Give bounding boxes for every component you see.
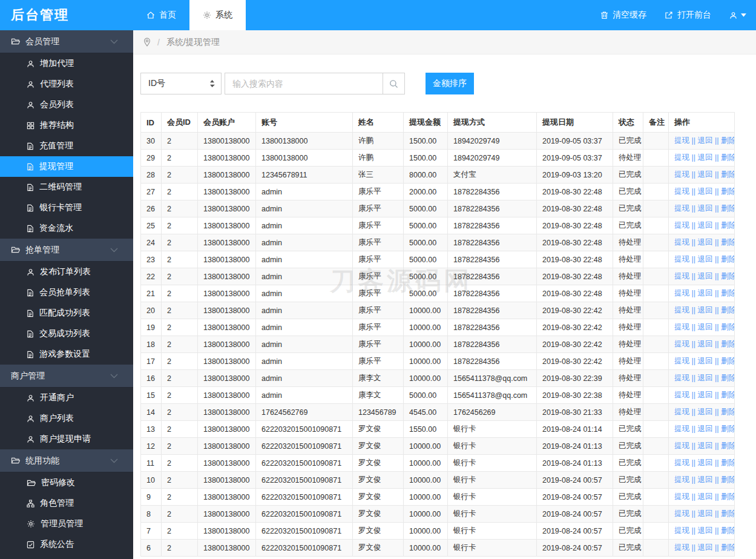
action-withdraw-link[interactable]: 提现 (674, 221, 689, 230)
action-delete-link[interactable]: 删除 (721, 543, 735, 552)
action-return-link[interactable]: 退回 (697, 170, 712, 179)
action-delete-link[interactable]: 删除 (721, 306, 735, 314)
action-withdraw-link[interactable]: 提现 (674, 170, 689, 179)
action-withdraw-link[interactable]: 提现 (674, 204, 689, 213)
action-withdraw-link[interactable]: 提现 (674, 289, 689, 297)
action-return-link[interactable]: 退回 (697, 492, 712, 501)
action-withdraw-link[interactable]: 提现 (674, 136, 689, 145)
action-delete-link[interactable]: 删除 (721, 136, 735, 145)
tab-system[interactable]: 系统 (189, 0, 246, 30)
action-delete-link[interactable]: 删除 (721, 323, 735, 331)
action-delete-link[interactable]: 删除 (721, 442, 735, 450)
action-delete-link[interactable]: 删除 (721, 272, 735, 280)
action-withdraw-link[interactable]: 提现 (674, 475, 689, 484)
action-withdraw-link[interactable]: 提现 (674, 442, 689, 450)
action-delete-link[interactable]: 删除 (721, 475, 735, 484)
action-return-link[interactable]: 退回 (697, 136, 712, 145)
sidebar-item-match-success-list[interactable]: 匹配成功列表 (0, 303, 133, 323)
action-withdraw-link[interactable]: 提现 (674, 509, 689, 518)
sidebar-section-member-management[interactable]: 会员管理 (0, 30, 133, 53)
search-field-select[interactable]: ID号 (140, 73, 222, 94)
action-return-link[interactable]: 退回 (697, 425, 712, 433)
sidebar-item-role-management[interactable]: 角色管理 (0, 493, 133, 514)
action-delete-link[interactable]: 删除 (721, 509, 735, 518)
action-return-link[interactable]: 退回 (697, 408, 712, 416)
action-withdraw-link[interactable]: 提现 (674, 255, 689, 263)
action-return-link[interactable]: 退回 (697, 272, 712, 280)
action-withdraw-link[interactable]: 提现 (674, 408, 689, 416)
clear-cache-button[interactable]: 清空缓存 (600, 10, 646, 21)
action-return-link[interactable]: 退回 (697, 289, 712, 297)
sidebar-item-add-agent[interactable]: 增加代理 (0, 53, 133, 74)
amount-sort-button[interactable]: 金额排序 (426, 73, 474, 94)
action-withdraw-link[interactable]: 提现 (674, 391, 689, 399)
action-delete-link[interactable]: 删除 (721, 187, 735, 196)
action-delete-link[interactable]: 删除 (721, 238, 735, 246)
action-delete-link[interactable]: 删除 (721, 458, 735, 467)
action-delete-link[interactable]: 删除 (721, 408, 735, 416)
action-delete-link[interactable]: 删除 (721, 526, 735, 535)
search-input[interactable] (225, 73, 383, 94)
action-return-link[interactable]: 退回 (697, 340, 712, 348)
action-return-link[interactable]: 退回 (697, 221, 712, 230)
action-withdraw-link[interactable]: 提现 (674, 323, 689, 331)
action-return-link[interactable]: 退回 (697, 526, 712, 535)
sidebar-item-system-announcement[interactable]: 系统公告 (0, 534, 133, 555)
action-return-link[interactable]: 退回 (697, 238, 712, 246)
sidebar-item-member-list[interactable]: 会员列表 (0, 94, 133, 115)
action-return-link[interactable]: 退回 (697, 357, 712, 365)
action-withdraw-link[interactable]: 提现 (674, 458, 689, 467)
sidebar-item-fund-flow[interactable]: 资金流水 (0, 218, 133, 239)
sidebar-item-qrcode-management[interactable]: 二维码管理 (0, 177, 133, 197)
action-return-link[interactable]: 退回 (697, 187, 712, 196)
action-return-link[interactable]: 退回 (697, 153, 712, 162)
action-return-link[interactable]: 退回 (697, 458, 712, 467)
sidebar-item-member-grab-list[interactable]: 会员抢单列表 (0, 282, 133, 303)
sidebar-item-admin-management[interactable]: 管理员管理 (0, 514, 133, 534)
action-delete-link[interactable]: 删除 (721, 170, 735, 179)
action-delete-link[interactable]: 删除 (721, 391, 735, 399)
sidebar-item-publish-order-list[interactable]: 发布订单列表 (0, 262, 133, 282)
action-delete-link[interactable]: 删除 (721, 492, 735, 501)
action-return-link[interactable]: 退回 (697, 374, 712, 382)
sidebar-item-withdraw-management[interactable]: 提现管理 (0, 156, 133, 177)
action-withdraw-link[interactable]: 提现 (674, 340, 689, 348)
action-withdraw-link[interactable]: 提现 (674, 425, 689, 433)
action-delete-link[interactable]: 删除 (721, 204, 735, 213)
action-delete-link[interactable]: 删除 (721, 357, 735, 365)
sidebar-section-grab-order-management[interactable]: 抢单管理 (0, 239, 133, 262)
sidebar-section-common-functions[interactable]: 统用功能 (0, 449, 133, 472)
action-delete-link[interactable]: 删除 (721, 255, 735, 263)
sidebar-item-change-password[interactable]: 密码修改 (0, 472, 133, 493)
action-delete-link[interactable]: 删除 (721, 374, 735, 382)
action-return-link[interactable]: 退回 (697, 509, 712, 518)
user-menu[interactable] (729, 12, 746, 19)
action-return-link[interactable]: 退回 (697, 255, 712, 263)
search-button[interactable] (383, 73, 405, 94)
action-withdraw-link[interactable]: 提现 (674, 543, 689, 552)
action-delete-link[interactable]: 删除 (721, 221, 735, 230)
action-withdraw-link[interactable]: 提现 (674, 153, 689, 162)
action-withdraw-link[interactable]: 提现 (674, 306, 689, 314)
sidebar-item-recharge-management[interactable]: 充值管理 (0, 136, 133, 156)
sidebar-item-referral-structure[interactable]: 推荐结构 (0, 115, 133, 136)
action-withdraw-link[interactable]: 提现 (674, 272, 689, 280)
action-withdraw-link[interactable]: 提现 (674, 374, 689, 382)
action-delete-link[interactable]: 删除 (721, 340, 735, 348)
action-return-link[interactable]: 退回 (697, 442, 712, 450)
sidebar-section-merchant-management[interactable]: 商户管理 (0, 365, 133, 388)
sidebar-item-bankcard-management[interactable]: 银行卡管理 (0, 197, 133, 218)
sidebar-item-merchant-list[interactable]: 商户列表 (0, 408, 133, 429)
action-delete-link[interactable]: 删除 (721, 289, 735, 297)
sidebar-item-merchant-withdraw-apply[interactable]: 商户提现申请 (0, 429, 133, 449)
action-return-link[interactable]: 退回 (697, 475, 712, 484)
action-withdraw-link[interactable]: 提现 (674, 526, 689, 535)
action-return-link[interactable]: 退回 (697, 306, 712, 314)
action-withdraw-link[interactable]: 提现 (674, 238, 689, 246)
action-delete-link[interactable]: 删除 (721, 425, 735, 433)
action-return-link[interactable]: 退回 (697, 391, 712, 399)
sidebar-item-open-merchant[interactable]: 开通商户 (0, 388, 133, 408)
action-delete-link[interactable]: 删除 (721, 153, 735, 162)
action-return-link[interactable]: 退回 (697, 204, 712, 213)
action-withdraw-link[interactable]: 提现 (674, 187, 689, 196)
